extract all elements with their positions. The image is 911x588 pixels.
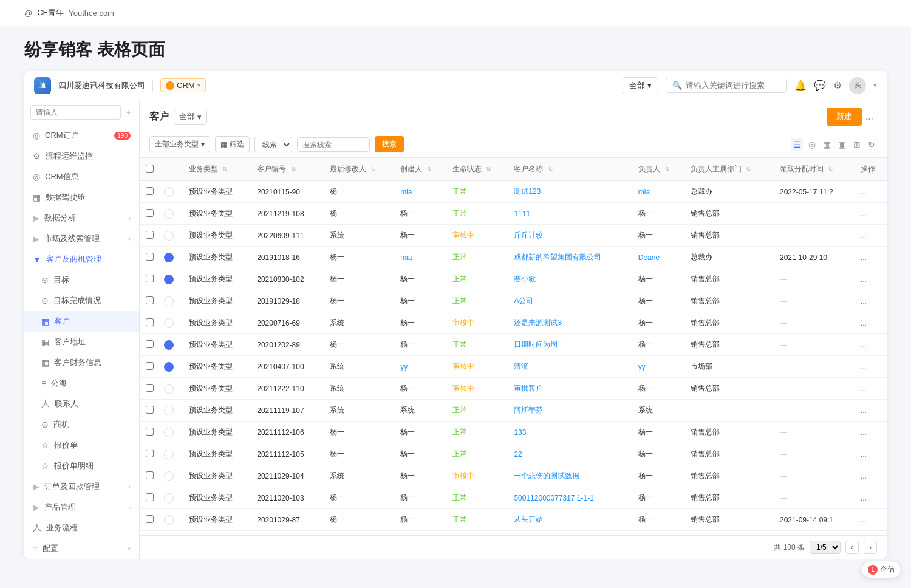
next-page-button[interactable]: › <box>864 541 877 554</box>
row-actions[interactable]: ... <box>856 422 887 443</box>
row-checkbox-cell[interactable] <box>140 181 159 203</box>
customer-name-link[interactable]: 日期时间为周一 <box>514 340 565 349</box>
sort-icon[interactable]: ⇅ <box>746 166 751 173</box>
creator-link[interactable]: mia <box>400 253 412 262</box>
row-circle-cell[interactable] <box>159 487 184 509</box>
row-actions[interactable]: ... <box>856 334 887 356</box>
settings-icon[interactable]: ⚙ <box>833 80 842 91</box>
owner-link[interactable]: mia <box>638 188 650 196</box>
row-circle-cell[interactable] <box>159 465 184 487</box>
sort-icon[interactable]: ⇅ <box>486 166 491 173</box>
row-checkbox-cell[interactable] <box>140 356 159 378</box>
row-circle-icon[interactable] <box>164 340 174 350</box>
customer-name-link[interactable]: A公司 <box>514 296 533 305</box>
row-circle-cell[interactable] <box>159 378 184 400</box>
sidebar-item-market[interactable]: ▶ 市场及线索管理 › <box>24 228 139 249</box>
row-customer-name[interactable]: 从头开始 <box>509 509 633 531</box>
customer-name-link[interactable]: 清流 <box>514 362 528 371</box>
creator-link[interactable]: yy <box>400 363 408 371</box>
row-circle-icon[interactable] <box>164 231 174 241</box>
row-checkbox[interactable] <box>146 450 154 457</box>
row-customer-name[interactable]: 阿斯蒂芬 <box>509 400 633 422</box>
row-actions[interactable]: ... <box>856 225 887 247</box>
customer-name-link[interactable]: 一个悲伤的测试数据 <box>514 471 579 480</box>
row-customer-name[interactable]: A公司 <box>509 290 633 312</box>
row-circle-icon[interactable] <box>164 384 174 394</box>
action-button[interactable]: ... <box>861 188 867 196</box>
row-owner[interactable]: mia <box>633 181 686 203</box>
customer-name-link[interactable]: 500112000077317 1-1-1 <box>514 494 593 502</box>
sidebar-item-contact[interactable]: 人 联系人 <box>24 394 139 414</box>
owner-link[interactable]: yy <box>638 363 646 371</box>
row-circle-cell[interactable] <box>159 247 184 268</box>
sidebar-item-customer-finance[interactable]: ▦ 客户财务信息 <box>24 352 139 373</box>
new-button[interactable]: 新建 <box>827 108 862 126</box>
customer-name-link[interactable]: 还是来源测试3 <box>514 318 562 327</box>
row-actions[interactable]: ... <box>856 247 887 268</box>
sort-icon[interactable]: ⇅ <box>370 166 375 173</box>
column-settings-icon[interactable]: ⊞ <box>851 138 862 151</box>
row-actions[interactable]: ... <box>856 378 887 400</box>
owner-link[interactable]: Deane <box>638 253 660 262</box>
row-actions[interactable]: ... <box>856 509 887 531</box>
row-creator[interactable]: mia <box>395 247 448 268</box>
sidebar-item-opportunity[interactable]: ⊙ 商机 <box>24 414 139 435</box>
sidebar-item-order-mgmt[interactable]: ▶ 订单及回款管理 › <box>24 476 139 497</box>
row-actions[interactable]: ... <box>856 400 887 422</box>
notification-icon[interactable]: 🔔 <box>794 80 807 91</box>
row-checkbox-cell[interactable] <box>140 487 159 509</box>
row-checkbox-cell[interactable] <box>140 312 159 334</box>
sidebar-item-workflow[interactable]: ⚙ 流程运维监控 <box>24 146 139 166</box>
map-view-icon[interactable]: ◎ <box>807 138 817 151</box>
row-actions[interactable]: ... <box>856 443 887 465</box>
row-customer-name[interactable]: 133 <box>509 422 633 443</box>
customer-name-link[interactable]: 赛小敏 <box>514 275 536 283</box>
sidebar-search-input[interactable] <box>30 105 121 120</box>
row-circle-icon[interactable] <box>164 275 174 284</box>
row-actions[interactable]: ... <box>856 356 887 378</box>
sidebar-item-customer[interactable]: ▦ 客户 <box>24 311 139 332</box>
customer-name-link[interactable]: 阿斯蒂芬 <box>514 406 543 414</box>
row-checkbox[interactable] <box>146 515 154 523</box>
row-customer-name[interactable]: 日期时间为周一 <box>509 334 633 356</box>
sort-icon[interactable]: ⇅ <box>548 166 553 173</box>
row-checkbox[interactable] <box>146 362 154 370</box>
scope-selector[interactable]: 全部 ▾ <box>623 77 658 94</box>
sidebar-item-customer-addr[interactable]: ▦ 客户地址 <box>24 332 139 352</box>
sidebar-item-quote[interactable]: ☆ 报价单 <box>24 435 139 456</box>
action-button[interactable]: ... <box>861 363 867 371</box>
customer-name-link[interactable]: 133 <box>514 428 526 437</box>
row-circle-cell[interactable] <box>159 225 184 247</box>
row-checkbox[interactable] <box>146 384 154 392</box>
row-checkbox[interactable] <box>146 471 154 479</box>
customer-name-link[interactable]: 成都新的希望集团有限公司 <box>514 253 601 261</box>
action-button[interactable]: ... <box>861 275 867 284</box>
row-actions[interactable]: ... <box>856 465 887 487</box>
row-circle-icon[interactable] <box>164 296 174 306</box>
row-circle-cell[interactable] <box>159 356 184 378</box>
filter-button[interactable]: ▦ 筛选 <box>215 136 250 152</box>
action-button[interactable]: ... <box>861 319 867 327</box>
list-view-icon[interactable]: ☰ <box>791 138 803 151</box>
row-circle-cell[interactable] <box>159 290 184 312</box>
sidebar-item-public-sea[interactable]: ≡ 公海 <box>24 373 139 394</box>
action-button[interactable]: ... <box>861 472 867 480</box>
sidebar-item-data-analysis[interactable]: ▶ 数据分析 › <box>24 208 139 228</box>
row-customer-name[interactable]: 22 <box>509 443 633 465</box>
row-actions[interactable]: ... <box>856 268 887 290</box>
row-actions[interactable]: ... <box>856 290 887 312</box>
page-size-select[interactable]: 1/5 <box>810 541 841 554</box>
customer-name-link[interactable]: 22 <box>514 450 522 459</box>
row-circle-icon[interactable] <box>164 450 174 459</box>
row-actions[interactable]: ... <box>856 312 887 334</box>
row-customer-name[interactable]: 斤斤计较 <box>509 225 633 247</box>
row-checkbox[interactable] <box>146 209 154 217</box>
row-checkbox-cell[interactable] <box>140 247 159 268</box>
message-icon[interactable]: 💬 <box>814 80 826 91</box>
row-customer-name[interactable]: 还是来源测试3 <box>509 312 633 334</box>
sidebar-item-crm-info[interactable]: ◎ CRM信息 <box>24 166 139 187</box>
sort-icon[interactable]: ⇅ <box>291 166 296 173</box>
user-dropdown-icon[interactable]: ▾ <box>873 81 877 89</box>
row-circle-cell[interactable] <box>159 203 184 225</box>
row-checkbox[interactable] <box>146 187 154 195</box>
